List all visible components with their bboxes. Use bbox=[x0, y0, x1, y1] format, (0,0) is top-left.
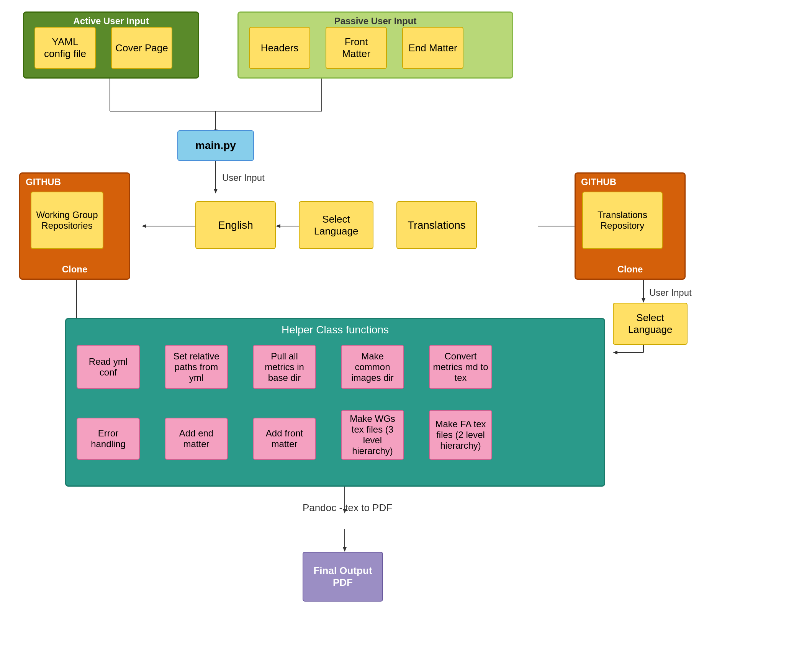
end-matter-passive-node: End Matter bbox=[402, 27, 463, 69]
front-matter-passive-node: Front Matter bbox=[326, 27, 387, 69]
convert-metrics-label: Convert metrics md to tex bbox=[433, 351, 488, 383]
select-language-label: Select Language bbox=[303, 213, 370, 237]
cover-page-node: Cover Page bbox=[111, 27, 172, 69]
svg-marker-8 bbox=[276, 224, 280, 228]
helper-class-label: Helper Class functions bbox=[282, 324, 389, 336]
svg-marker-22 bbox=[613, 351, 617, 354]
make-fa-tex-node: Make FA tex files (2 level hierarchy) bbox=[429, 410, 492, 460]
final-output-label: Final Output PDF bbox=[306, 565, 379, 589]
translations-repo-node: Translations Repository bbox=[582, 192, 663, 249]
active-user-input-label: Active User Input bbox=[73, 16, 149, 26]
select-language2-node: Select Language bbox=[613, 303, 688, 345]
translations-label: Translations bbox=[408, 219, 465, 231]
error-handling-label: Error handling bbox=[80, 428, 136, 449]
end-matter-passive-label: End Matter bbox=[408, 42, 457, 54]
working-group-repos-node: Working Group Repositories bbox=[31, 192, 103, 249]
passive-user-input-label: Passive User Input bbox=[334, 16, 417, 26]
set-relative-paths-node: Set relative paths from yml bbox=[165, 345, 228, 389]
make-wgs-tex-node: Make WGs tex files (3 level hierarchy) bbox=[341, 410, 404, 460]
pandoc-label: Pandoc - tex to PDF bbox=[303, 502, 392, 514]
select-language-node: Select Language bbox=[299, 201, 373, 249]
add-front-matter-node: Add front matter bbox=[253, 418, 316, 460]
pull-all-metrics-node: Pull all metrics in base dir bbox=[253, 345, 316, 389]
helper-class-container: Helper Class functions bbox=[65, 318, 605, 487]
svg-marker-6 bbox=[214, 189, 218, 193]
github-right-label: GITHUB bbox=[581, 177, 616, 187]
make-common-images-node: Make common images dir bbox=[341, 345, 404, 389]
svg-marker-44 bbox=[343, 547, 347, 552]
make-wgs-tex-label: Make WGs tex files (3 level hierarchy) bbox=[345, 413, 400, 456]
add-front-matter-label: Add front matter bbox=[257, 428, 312, 449]
error-handling-node: Error handling bbox=[77, 418, 140, 460]
github-left-label: GITHUB bbox=[26, 177, 61, 187]
make-fa-tex-label: Make FA tex files (2 level hierarchy) bbox=[433, 419, 488, 451]
pull-all-metrics-label: Pull all metrics in base dir bbox=[257, 351, 312, 383]
make-common-images-label: Make common images dir bbox=[345, 351, 400, 383]
user-input-label-2: User Input bbox=[649, 287, 692, 298]
clone-left-label: Clone bbox=[62, 264, 88, 275]
main-py-node: main.py bbox=[177, 130, 254, 161]
headers-node: Headers bbox=[249, 27, 310, 69]
diagram: Active User Input YAML config file Cover… bbox=[0, 0, 812, 651]
working-group-repos-label: Working Group Repositories bbox=[34, 210, 100, 231]
select-language2-label: Select Language bbox=[617, 312, 684, 336]
final-output-node: Final Output PDF bbox=[303, 552, 383, 602]
svg-marker-12 bbox=[142, 224, 146, 228]
add-end-matter-label: Add end matter bbox=[169, 428, 224, 449]
english-node: English bbox=[195, 201, 276, 249]
yaml-config-label: YAML config file bbox=[38, 36, 92, 60]
front-matter-passive-label: Front Matter bbox=[329, 36, 383, 60]
headers-label: Headers bbox=[261, 42, 298, 54]
yaml-config-node: YAML config file bbox=[34, 27, 96, 69]
add-end-matter-node: Add end matter bbox=[165, 418, 228, 460]
translations-node: Translations bbox=[396, 201, 477, 249]
clone-right-label: Clone bbox=[617, 264, 643, 275]
user-input-label-1: User Input bbox=[222, 172, 265, 183]
read-yml-label: Read yml conf bbox=[80, 356, 136, 378]
set-relative-paths-label: Set relative paths from yml bbox=[169, 351, 224, 383]
english-label: English bbox=[218, 219, 253, 231]
svg-marker-19 bbox=[642, 298, 645, 303]
translations-repo-label: Translations Repository bbox=[586, 210, 659, 231]
main-py-label: main.py bbox=[195, 139, 236, 152]
convert-metrics-node: Convert metrics md to tex bbox=[429, 345, 492, 389]
cover-page-label: Cover Page bbox=[115, 42, 168, 54]
read-yml-node: Read yml conf bbox=[77, 345, 140, 389]
